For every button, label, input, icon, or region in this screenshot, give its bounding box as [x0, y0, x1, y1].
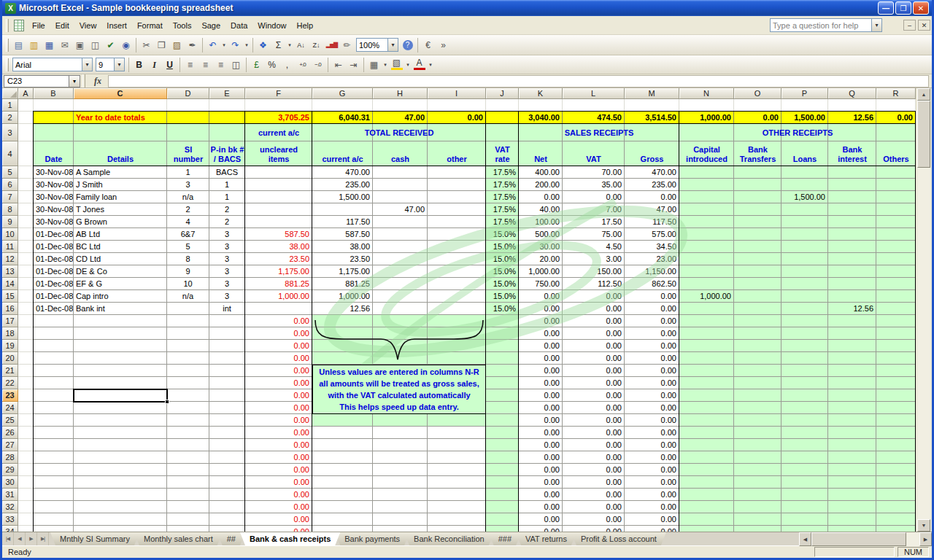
cell-A32[interactable] — [18, 501, 34, 513]
cell-L28[interactable]: 0.00 — [563, 451, 625, 464]
cell-K34[interactable]: 0.00 — [519, 526, 563, 532]
cell-O12[interactable] — [734, 253, 781, 265]
menu-format[interactable]: Format — [132, 19, 168, 32]
row-header-26[interactable]: 26 — [2, 427, 18, 439]
cell-K32[interactable]: 0.00 — [519, 501, 563, 513]
cell-C7[interactable]: Family loan — [74, 191, 167, 203]
cell-C33[interactable] — [74, 513, 167, 526]
cell-P30[interactable] — [781, 476, 828, 489]
cell-G31[interactable] — [312, 489, 373, 501]
cell-P14[interactable] — [781, 278, 828, 290]
cell-R21[interactable] — [876, 365, 916, 377]
cell-Q23[interactable] — [828, 389, 876, 402]
cell-K22[interactable]: 0.00 — [519, 377, 563, 389]
cell-J22[interactable] — [486, 377, 519, 389]
increase-decimal-button[interactable]: +.0 — [295, 57, 310, 72]
cell-L13[interactable]: 150.00 — [563, 265, 625, 278]
euro-button[interactable]: € — [420, 37, 436, 52]
cell-E27[interactable] — [209, 439, 245, 451]
row-header-25[interactable]: 25 — [2, 414, 18, 427]
cell-O7[interactable] — [734, 191, 781, 203]
cell-E11[interactable]: 3 — [209, 241, 245, 253]
cell-E30[interactable] — [209, 476, 245, 489]
cell-L31[interactable]: 0.00 — [563, 489, 625, 501]
bold-button[interactable]: B — [131, 57, 147, 72]
align-center-button[interactable]: ≡ — [198, 57, 213, 72]
row-header-18[interactable]: 18 — [2, 327, 18, 340]
cell-E25[interactable] — [209, 414, 245, 427]
cell-E34[interactable] — [209, 526, 245, 532]
increase-indent-button[interactable]: ⇥ — [346, 57, 361, 72]
cell-G6[interactable]: 235.00 — [312, 179, 373, 191]
cell-N15[interactable]: 1,000.00 — [679, 290, 734, 303]
cell-E33[interactable] — [209, 513, 245, 526]
font-size-value[interactable]: 9 — [96, 58, 115, 71]
cell-A30[interactable] — [18, 476, 34, 489]
cell-M26[interactable]: 0.00 — [625, 427, 679, 439]
cell-L29[interactable]: 0.00 — [563, 464, 625, 476]
cell-K21[interactable]: 0.00 — [519, 365, 563, 377]
cell-D17[interactable] — [167, 315, 209, 327]
cell-R23[interactable] — [876, 389, 916, 402]
decrease-decimal-button[interactable]: −.0 — [310, 57, 325, 72]
comma-button[interactable]: , — [279, 57, 295, 72]
cell-E29[interactable] — [209, 464, 245, 476]
cell-K10[interactable]: 500.00 — [519, 228, 563, 241]
cell-P10[interactable] — [781, 228, 828, 241]
row-header-13[interactable]: 13 — [2, 265, 18, 278]
cell-N29[interactable] — [679, 464, 734, 476]
row-header-22[interactable]: 22 — [2, 377, 18, 389]
cell-N7[interactable] — [679, 191, 734, 203]
cell-P13[interactable] — [781, 265, 828, 278]
font-name-combo[interactable]: Arial ▾ — [12, 58, 93, 71]
cell-D31[interactable] — [167, 489, 209, 501]
cell-N20[interactable] — [679, 352, 734, 365]
cell-C30[interactable] — [74, 476, 167, 489]
cell-G28[interactable] — [312, 451, 373, 464]
cell-C22[interactable] — [74, 377, 167, 389]
cell-C29[interactable] — [74, 464, 167, 476]
cell-B34[interactable] — [34, 526, 74, 532]
cell-L18[interactable]: 0.00 — [563, 327, 625, 340]
cell-H17[interactable] — [373, 315, 428, 327]
cell-K33[interactable]: 0.00 — [519, 513, 563, 526]
cell-H6[interactable] — [373, 179, 428, 191]
italic-button[interactable]: I — [147, 57, 162, 72]
cell-D1[interactable] — [167, 99, 209, 112]
cell-A21[interactable] — [18, 365, 34, 377]
undo-dropdown[interactable]: ▾ — [220, 37, 228, 52]
menu-file[interactable]: File — [27, 19, 50, 32]
cell-Q30[interactable] — [828, 476, 876, 489]
cell-C6[interactable]: J Smith — [74, 179, 167, 191]
cell-F15[interactable]: 1,000.00 — [245, 290, 312, 303]
insert-function-button[interactable]: fx — [88, 76, 108, 87]
row-header-10[interactable]: 10 — [2, 228, 18, 241]
cell-L16[interactable]: 0.00 — [563, 303, 625, 315]
cell-N5[interactable] — [679, 166, 734, 179]
cell-K29[interactable]: 0.00 — [519, 464, 563, 476]
cell-D20[interactable] — [167, 352, 209, 365]
cell-C17[interactable] — [74, 315, 167, 327]
help-question-combo[interactable]: Type a question for help ▾ — [770, 18, 882, 32]
cell-L22[interactable]: 0.00 — [563, 377, 625, 389]
currency-button[interactable]: £ — [249, 57, 264, 72]
cell-Q7[interactable] — [828, 191, 876, 203]
menu-help[interactable]: Help — [291, 19, 318, 32]
cell-J18[interactable] — [486, 327, 519, 340]
cell-P27[interactable] — [781, 439, 828, 451]
cell-E3[interactable] — [209, 124, 245, 141]
cell-J3[interactable] — [486, 124, 519, 141]
column-header-O[interactable]: O — [734, 88, 781, 99]
cell-B14[interactable]: 01-Dec-08 — [34, 278, 74, 290]
format-painter-button[interactable]: ✒ — [185, 37, 200, 52]
cell-G26[interactable] — [312, 427, 373, 439]
cell-L27[interactable]: 0.00 — [563, 439, 625, 451]
percent-button[interactable]: % — [264, 57, 279, 72]
cell-F25[interactable]: 0.00 — [245, 414, 312, 427]
print-preview-button[interactable]: ◫ — [88, 37, 103, 52]
cell-R8[interactable] — [876, 203, 916, 216]
column-header-M[interactable]: M — [625, 88, 679, 99]
cell-O30[interactable] — [734, 476, 781, 489]
column-header-K[interactable]: K — [519, 88, 563, 99]
paste-button[interactable]: ▨ — [169, 37, 185, 52]
